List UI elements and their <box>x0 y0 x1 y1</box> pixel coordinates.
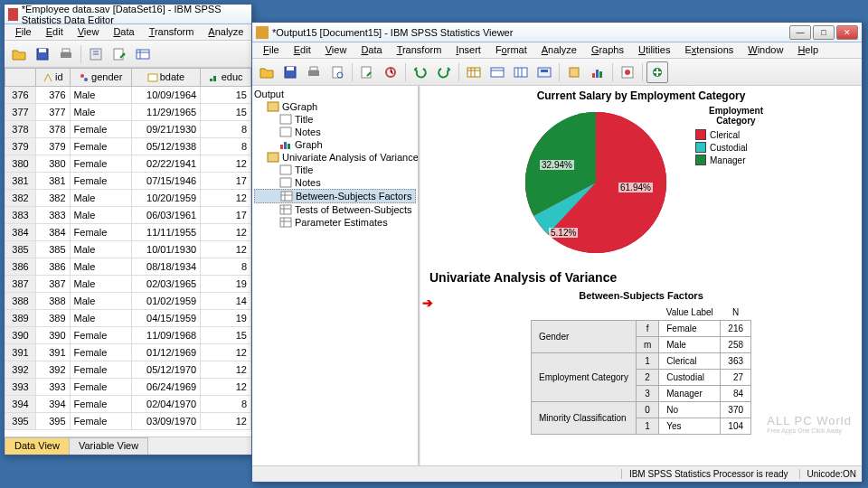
table-row[interactable]: 384384Female11/11/195512 <box>5 224 251 241</box>
table-row[interactable]: 385385Male10/01/193012 <box>5 241 251 258</box>
outline-uav-tbs[interactable]: Tests of Between-Subjects <box>254 203 416 216</box>
menu-format[interactable]: Format <box>488 42 534 58</box>
table-row[interactable]: 392392Female05/12/197012 <box>5 361 251 379</box>
preview-button[interactable] <box>326 61 348 83</box>
outline-uav-notes[interactable]: Notes <box>254 176 416 189</box>
menu-transform[interactable]: Transform <box>142 24 202 40</box>
redo-button[interactable] <box>433 61 455 83</box>
menu-extensions[interactable]: Extensions <box>677 42 741 58</box>
select-button[interactable] <box>533 61 555 83</box>
table-row[interactable]: 379379Female05/12/19388 <box>5 138 251 155</box>
table-row[interactable]: Employment Category1Clerical363 <box>531 353 750 370</box>
pie-chart[interactable]: Current Salary by Employment Category <box>420 86 862 263</box>
svg-rect-31 <box>599 71 602 78</box>
status-unicode: Unicode:ON <box>799 469 856 479</box>
pie-label-clerical: 61.94% <box>618 183 653 192</box>
script-button[interactable] <box>617 61 638 83</box>
menu-transform[interactable]: Transform <box>390 42 449 58</box>
date-icon <box>147 72 158 83</box>
menu-data[interactable]: Data <box>106 24 141 40</box>
open-button[interactable] <box>8 43 30 65</box>
outline-ggraph[interactable]: GGraph <box>254 100 416 113</box>
table-row[interactable]: 378378Female09/21/19308 <box>5 121 251 138</box>
close-button[interactable]: ✕ <box>836 25 858 40</box>
menu-analyze[interactable]: Analyze <box>534 42 584 58</box>
chart-title: Current Salary by Employment Category <box>428 89 854 102</box>
between-subjects-factors-table[interactable]: Value LabelN GenderfFemale216mMale258Emp… <box>531 305 751 435</box>
recall-button[interactable] <box>85 43 107 65</box>
export-button[interactable] <box>356 61 378 83</box>
menu-help[interactable]: Help <box>790 42 826 58</box>
menu-insert[interactable]: Insert <box>448 42 488 58</box>
save-button[interactable] <box>279 61 301 83</box>
outline-uav-bsf[interactable]: Between-Subjects Factors <box>254 189 416 203</box>
svg-rect-6 <box>114 49 123 60</box>
insert-button[interactable] <box>563 61 585 83</box>
table-row[interactable]: Minority Classification0No370 <box>531 402 750 418</box>
variables-button[interactable] <box>510 61 532 83</box>
variables-button[interactable] <box>132 43 154 65</box>
table-row[interactable]: 382382Male10/20/195912 <box>5 190 251 207</box>
menu-view[interactable]: View <box>318 42 354 58</box>
menu-file[interactable]: File <box>8 24 39 40</box>
outline-uav[interactable]: Univariate Analysis of Variance <box>254 151 416 164</box>
menu-data[interactable]: Data <box>354 42 389 58</box>
menu-graphs[interactable]: Graphs <box>584 42 631 58</box>
svg-rect-12 <box>210 79 212 81</box>
recall-button[interactable] <box>380 61 401 83</box>
svg-rect-36 <box>280 115 291 124</box>
maximize-button[interactable]: □ <box>813 25 835 40</box>
svg-rect-17 <box>308 70 319 76</box>
titlebar[interactable]: *Output15 [Document15] - IBM SPSS Statis… <box>252 23 862 42</box>
outline-output[interactable]: Output <box>254 88 416 100</box>
designate-button[interactable] <box>646 61 668 83</box>
menu-file[interactable]: File <box>256 42 287 58</box>
outline-ggraph-notes[interactable]: Notes <box>254 126 416 138</box>
data-grid[interactable]: id gender bdate educ 376376Male10/09/196… <box>5 68 251 436</box>
table-row[interactable]: 394394Female02/04/19708 <box>5 396 251 413</box>
outline-pane[interactable]: Output GGraph Title Notes Graph Univaria… <box>252 86 420 465</box>
open-button[interactable] <box>256 61 278 83</box>
tab-data-view[interactable]: Data View <box>5 437 70 455</box>
print-button[interactable] <box>303 61 325 83</box>
table-row[interactable]: 381381Female07/15/194617 <box>5 173 251 190</box>
menu-utilities[interactable]: Utilities <box>631 42 677 58</box>
svg-rect-2 <box>39 49 46 52</box>
print-button[interactable] <box>55 43 77 65</box>
chart-button[interactable] <box>587 61 609 83</box>
table-row[interactable]: 391391Female01/12/196912 <box>5 344 251 361</box>
table-row[interactable]: 387387Male02/03/196519 <box>5 276 251 293</box>
table-row[interactable]: 383383Male06/03/196117 <box>5 207 251 224</box>
menu-edit[interactable]: Edit <box>39 24 71 40</box>
undo-button[interactable] <box>410 61 431 83</box>
table-row[interactable]: 389389Male04/15/195919 <box>5 310 251 327</box>
table-row[interactable]: 380380Female02/22/194112 <box>5 155 251 173</box>
content-pane[interactable]: Current Salary by Employment Category <box>420 86 862 465</box>
save-button[interactable] <box>32 43 53 65</box>
outline-ggraph-graph[interactable]: Graph <box>254 138 416 151</box>
minimize-button[interactable]: — <box>789 25 811 40</box>
titlebar[interactable]: *Employee data.sav [DataSet16] - IBM SPS… <box>5 5 251 24</box>
menu-view[interactable]: View <box>71 24 107 40</box>
goto-button[interactable] <box>108 43 130 65</box>
menu-edit[interactable]: Edit <box>287 42 318 58</box>
svg-point-10 <box>84 78 88 81</box>
outline-uav-pe[interactable]: Parameter Estimates <box>254 216 416 229</box>
table-row[interactable]: 390390Female11/09/196815 <box>5 327 251 344</box>
table-row[interactable]: 388388Male01/02/195914 <box>5 293 251 310</box>
table-row[interactable]: 393393Female06/24/196912 <box>5 379 251 396</box>
table-row[interactable]: GenderfFemale216 <box>531 321 750 337</box>
table-row[interactable]: 376376Male10/09/196415 <box>5 87 251 104</box>
table-row[interactable]: 377377Male11/29/196515 <box>5 104 251 121</box>
tab-variable-view[interactable]: Variable View <box>69 437 148 455</box>
menu-window[interactable]: Window <box>741 42 790 58</box>
table-row[interactable]: 386386Male08/18/19348 <box>5 258 251 276</box>
outline-uav-title[interactable]: Title <box>254 164 416 176</box>
menubar: File Edit View Data Transform Analyze <box>5 24 251 41</box>
goto-case-button[interactable] <box>486 61 508 83</box>
table-row[interactable]: 395395Female03/09/197012 <box>5 413 251 430</box>
menu-analyze[interactable]: Analyze <box>201 24 250 40</box>
outline-ggraph-title[interactable]: Title <box>254 113 416 126</box>
goto-data-button[interactable] <box>463 61 485 83</box>
app-icon <box>8 8 18 21</box>
